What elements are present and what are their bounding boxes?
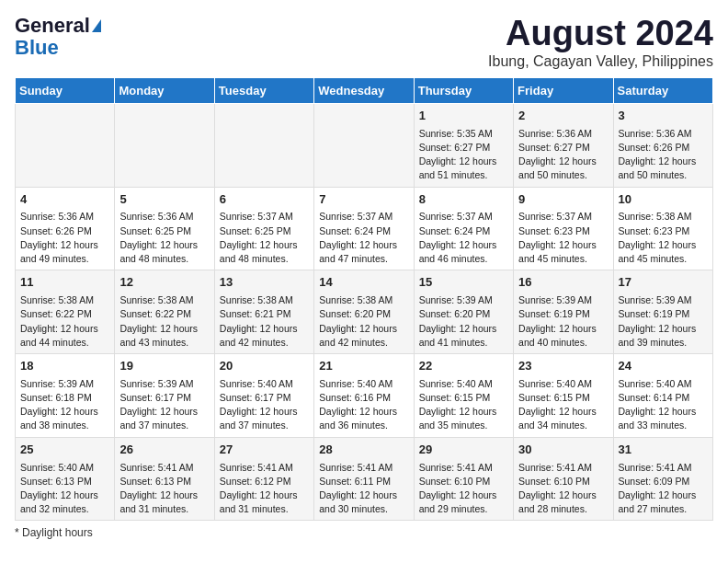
calendar-cell: 9Sunrise: 5:37 AM Sunset: 6:23 PM Daylig… — [514, 187, 613, 270]
calendar-cell: 10Sunrise: 5:38 AM Sunset: 6:23 PM Dayli… — [613, 187, 712, 270]
logo: General Blue — [15, 15, 101, 59]
calendar-cell: 23Sunrise: 5:40 AM Sunset: 6:15 PM Dayli… — [514, 353, 613, 437]
day-number: 5 — [119, 191, 210, 209]
header-day-wednesday: Wednesday — [314, 77, 414, 103]
calendar-cell: 13Sunrise: 5:38 AM Sunset: 6:21 PM Dayli… — [214, 270, 313, 354]
calendar-cell: 6Sunrise: 5:37 AM Sunset: 6:25 PM Daylig… — [214, 187, 313, 270]
day-number: 6 — [220, 191, 310, 209]
day-number: 25 — [20, 442, 110, 459]
day-number: 20 — [220, 358, 310, 375]
day-number: 17 — [619, 274, 709, 292]
week-row-3: 11Sunrise: 5:38 AM Sunset: 6:22 PM Dayli… — [16, 270, 713, 354]
calendar-cell — [214, 103, 313, 187]
day-number: 12 — [119, 274, 210, 292]
cell-content: Sunrise: 5:36 AM Sunset: 6:25 PM Dayligh… — [119, 210, 210, 266]
calendar-cell: 28Sunrise: 5:41 AM Sunset: 6:11 PM Dayli… — [314, 437, 414, 521]
calendar-cell: 12Sunrise: 5:38 AM Sunset: 6:22 PM Dayli… — [115, 270, 214, 354]
cell-content: Sunrise: 5:41 AM Sunset: 6:10 PM Dayligh… — [518, 461, 609, 517]
day-number: 16 — [518, 274, 609, 292]
cell-content: Sunrise: 5:39 AM Sunset: 6:18 PM Dayligh… — [20, 377, 110, 433]
calendar-cell: 15Sunrise: 5:39 AM Sunset: 6:20 PM Dayli… — [414, 270, 513, 354]
day-number: 23 — [518, 358, 609, 375]
day-number: 11 — [20, 274, 110, 292]
cell-content: Sunrise: 5:41 AM Sunset: 6:09 PM Dayligh… — [619, 461, 709, 517]
day-number: 29 — [419, 442, 509, 459]
calendar-cell: 20Sunrise: 5:40 AM Sunset: 6:17 PM Dayli… — [214, 353, 313, 437]
cell-content: Sunrise: 5:37 AM Sunset: 6:24 PM Dayligh… — [319, 210, 409, 266]
week-row-1: 1Sunrise: 5:35 AM Sunset: 6:27 PM Daylig… — [16, 103, 713, 187]
day-number: 27 — [220, 442, 310, 459]
day-number: 3 — [619, 108, 709, 125]
header-day-monday: Monday — [115, 77, 214, 103]
calendar-cell: 22Sunrise: 5:40 AM Sunset: 6:15 PM Dayli… — [414, 353, 513, 437]
week-row-5: 25Sunrise: 5:40 AM Sunset: 6:13 PM Dayli… — [16, 437, 713, 521]
day-number: 18 — [20, 358, 110, 375]
calendar-cell: 11Sunrise: 5:38 AM Sunset: 6:22 PM Dayli… — [16, 270, 115, 354]
day-number: 4 — [20, 191, 110, 209]
cell-content: Sunrise: 5:38 AM Sunset: 6:20 PM Dayligh… — [319, 293, 409, 350]
calendar-cell — [314, 103, 414, 187]
day-number: 26 — [119, 442, 210, 459]
day-number: 7 — [319, 191, 409, 209]
week-row-4: 18Sunrise: 5:39 AM Sunset: 6:18 PM Dayli… — [16, 353, 713, 437]
logo-general: General — [15, 15, 90, 37]
cell-content: Sunrise: 5:40 AM Sunset: 6:13 PM Dayligh… — [20, 461, 110, 517]
day-number: 13 — [220, 274, 310, 292]
calendar-cell: 26Sunrise: 5:41 AM Sunset: 6:13 PM Dayli… — [115, 437, 214, 521]
cell-content: Sunrise: 5:36 AM Sunset: 6:26 PM Dayligh… — [619, 127, 709, 183]
header-row: SundayMondayTuesdayWednesdayThursdayFrid… — [16, 77, 713, 103]
header-day-tuesday: Tuesday — [214, 77, 313, 103]
calendar-cell: 30Sunrise: 5:41 AM Sunset: 6:10 PM Dayli… — [514, 437, 613, 521]
header-day-sunday: Sunday — [16, 77, 115, 103]
calendar-cell: 29Sunrise: 5:41 AM Sunset: 6:10 PM Dayli… — [414, 437, 513, 521]
day-number: 19 — [119, 358, 210, 375]
cell-content: Sunrise: 5:37 AM Sunset: 6:25 PM Dayligh… — [220, 210, 310, 266]
cell-content: Sunrise: 5:40 AM Sunset: 6:17 PM Dayligh… — [220, 377, 310, 433]
cell-content: Sunrise: 5:39 AM Sunset: 6:19 PM Dayligh… — [518, 293, 609, 350]
cell-content: Sunrise: 5:40 AM Sunset: 6:16 PM Dayligh… — [319, 377, 409, 433]
header-day-saturday: Saturday — [613, 77, 712, 103]
cell-content: Sunrise: 5:41 AM Sunset: 6:11 PM Dayligh… — [319, 461, 409, 517]
day-number: 1 — [419, 108, 509, 125]
calendar-header: SundayMondayTuesdayWednesdayThursdayFrid… — [16, 77, 713, 103]
day-number: 14 — [319, 274, 409, 292]
calendar-cell: 24Sunrise: 5:40 AM Sunset: 6:14 PM Dayli… — [613, 353, 712, 437]
day-number: 28 — [319, 442, 409, 459]
cell-content: Sunrise: 5:36 AM Sunset: 6:26 PM Dayligh… — [20, 210, 110, 266]
day-number: 31 — [619, 442, 709, 459]
calendar-cell: 19Sunrise: 5:39 AM Sunset: 6:17 PM Dayli… — [115, 353, 214, 437]
daylight-label: Daylight hours — [22, 526, 93, 539]
cell-content: Sunrise: 5:39 AM Sunset: 6:17 PM Dayligh… — [119, 377, 210, 433]
day-number: 22 — [419, 358, 509, 375]
day-number: 24 — [619, 358, 709, 375]
cell-content: Sunrise: 5:37 AM Sunset: 6:24 PM Dayligh… — [419, 210, 509, 266]
day-number: 30 — [518, 442, 609, 459]
calendar-cell: 3Sunrise: 5:36 AM Sunset: 6:26 PM Daylig… — [613, 103, 712, 187]
cell-content: Sunrise: 5:38 AM Sunset: 6:22 PM Dayligh… — [119, 293, 210, 350]
calendar-cell: 8Sunrise: 5:37 AM Sunset: 6:24 PM Daylig… — [414, 187, 513, 270]
day-number: 2 — [518, 108, 609, 125]
calendar-cell: 21Sunrise: 5:40 AM Sunset: 6:16 PM Dayli… — [314, 353, 414, 437]
logo-triangle-icon — [92, 19, 101, 32]
day-number: 10 — [619, 191, 709, 209]
cell-content: Sunrise: 5:37 AM Sunset: 6:23 PM Dayligh… — [518, 210, 609, 266]
calendar-cell: 5Sunrise: 5:36 AM Sunset: 6:25 PM Daylig… — [115, 187, 214, 270]
cell-content: Sunrise: 5:41 AM Sunset: 6:10 PM Dayligh… — [419, 461, 509, 517]
calendar-body: 1Sunrise: 5:35 AM Sunset: 6:27 PM Daylig… — [16, 103, 713, 521]
day-number: 15 — [419, 274, 509, 292]
location: Ibung, Cagayan Valley, Philippines — [488, 53, 713, 70]
calendar-table: SundayMondayTuesdayWednesdayThursdayFrid… — [15, 77, 713, 522]
cell-content: Sunrise: 5:35 AM Sunset: 6:27 PM Dayligh… — [419, 127, 509, 183]
day-number: 9 — [518, 191, 609, 209]
title-area: August 2024 Ibung, Cagayan Valley, Phili… — [488, 15, 713, 70]
cell-content: Sunrise: 5:40 AM Sunset: 6:14 PM Dayligh… — [619, 377, 709, 433]
calendar-cell: 25Sunrise: 5:40 AM Sunset: 6:13 PM Dayli… — [16, 437, 115, 521]
cell-content: Sunrise: 5:41 AM Sunset: 6:13 PM Dayligh… — [119, 461, 210, 517]
calendar-cell: 18Sunrise: 5:39 AM Sunset: 6:18 PM Dayli… — [16, 353, 115, 437]
cell-content: Sunrise: 5:40 AM Sunset: 6:15 PM Dayligh… — [518, 377, 609, 433]
day-number: 8 — [419, 191, 509, 209]
header-day-thursday: Thursday — [414, 77, 513, 103]
cell-content: Sunrise: 5:38 AM Sunset: 6:21 PM Dayligh… — [220, 293, 310, 350]
calendar-cell: 16Sunrise: 5:39 AM Sunset: 6:19 PM Dayli… — [514, 270, 613, 354]
cell-content: Sunrise: 5:39 AM Sunset: 6:19 PM Dayligh… — [619, 293, 709, 350]
